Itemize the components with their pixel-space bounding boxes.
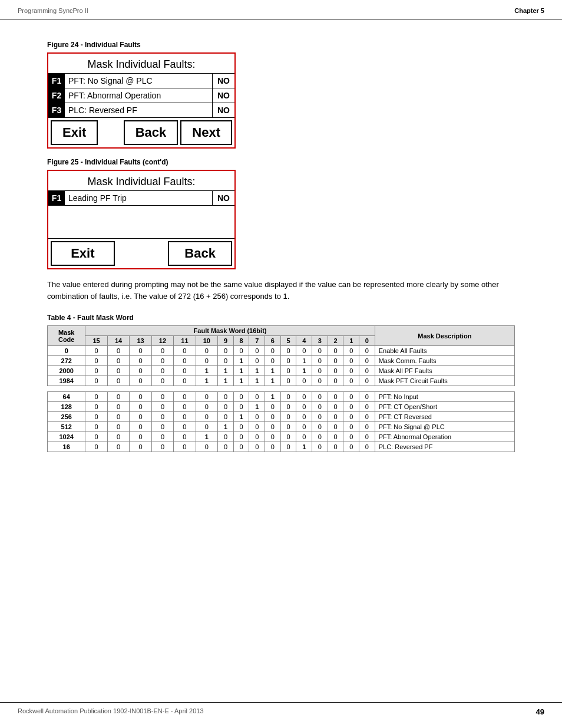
bit-cell: 0	[359, 356, 375, 366]
page-number: 49	[536, 707, 544, 716]
bit-cell: 0	[280, 442, 296, 452]
col-fault-mask-word: Fault Mask Word (16bit)	[85, 326, 375, 336]
table-caption: Table 4 - Fault Mask Word	[47, 314, 515, 322]
bit-cell: 0	[107, 366, 129, 376]
bit-cell: 0	[218, 356, 234, 366]
bit-cell: 0	[85, 412, 107, 422]
bit-cell: 0	[233, 442, 249, 452]
bit-10: 10	[196, 336, 217, 346]
bit-cell: 0	[130, 376, 151, 386]
bit-cell: 0	[249, 392, 265, 402]
bit-cell: 0	[328, 422, 343, 432]
bit-cell: 0	[107, 412, 129, 422]
bit-cell: 0	[312, 402, 328, 412]
bit-cell: 0	[328, 366, 343, 376]
bit-0: 0	[359, 336, 375, 346]
bit-cell: 1	[196, 432, 217, 442]
figure24-f3-text: PLC: Reversed PF	[65, 103, 212, 117]
bit-cell: 0	[107, 402, 129, 412]
bit-cell: 0	[265, 346, 281, 356]
bit-cell: 0	[343, 392, 359, 402]
figure25-empty-area	[48, 206, 234, 239]
bit-cell: 0	[343, 412, 359, 422]
bit-12: 12	[151, 336, 173, 346]
mask-code-cell: 272	[48, 356, 85, 366]
bit-cell: 1	[196, 376, 217, 386]
bit-6: 6	[265, 336, 281, 346]
bit-cell: 0	[265, 356, 281, 366]
bit-cell: 0	[265, 442, 281, 452]
bit-cell: 0	[265, 412, 281, 422]
bit-cell: 0	[280, 412, 296, 422]
table-row: 20000000011111010000Mask All PF Faults	[48, 366, 515, 376]
mask-description-cell: Mask All PF Faults	[375, 366, 514, 376]
bit-cell: 0	[312, 392, 328, 402]
page-footer: Rockwell Automation Publication 1902-IN0…	[0, 702, 562, 716]
figure25-exit-button[interactable]: Exit	[51, 241, 115, 266]
bit-cell: 1	[218, 366, 234, 376]
mask-description-cell: PLC: Reversed PF	[375, 442, 514, 452]
bit-cell: 0	[174, 412, 196, 422]
bit-cell: 0	[249, 422, 265, 432]
mask-description-cell: PFT: CT Reversed	[375, 412, 514, 422]
bit-cell: 0	[343, 422, 359, 432]
bit-cell: 0	[85, 356, 107, 366]
mask-code-cell: 128	[48, 402, 85, 412]
bit-cell: 0	[196, 422, 217, 432]
table-row: 10240000010000000000PFT: Abnormal Operat…	[48, 432, 515, 442]
bit-7: 7	[249, 336, 265, 346]
bit-cell: 0	[312, 432, 328, 442]
figure25-back-button[interactable]: Back	[168, 241, 232, 266]
figure24-row-2: F2 PFT: Abnormal Operation NO	[48, 88, 234, 103]
bit-cell: 0	[265, 422, 281, 432]
bit-cell: 0	[196, 402, 217, 412]
bit-cell: 1	[218, 422, 234, 432]
bit-cell: 0	[328, 346, 343, 356]
bit-cell: 0	[130, 432, 151, 442]
bit-cell: 0	[107, 442, 129, 452]
bit-cell: 0	[107, 356, 129, 366]
bit-cell: 0	[151, 402, 173, 412]
bit-cell: 0	[343, 442, 359, 452]
bit-cell: 0	[312, 356, 328, 366]
bit-cell: 0	[280, 392, 296, 402]
bit-cell: 0	[343, 356, 359, 366]
bit-cell: 0	[130, 366, 151, 376]
figure25-buttons: Exit Back	[48, 239, 234, 268]
bit-cell: 0	[130, 422, 151, 432]
fault-mask-table: MaskCode Fault Mask Word (16bit) Mask De…	[47, 325, 515, 452]
bit-cell: 0	[296, 376, 312, 386]
bit-cell: 0	[174, 402, 196, 412]
bit-cell: 0	[107, 376, 129, 386]
header-right: Chapter 5	[514, 7, 544, 14]
col-mask-description: Mask Description	[375, 326, 514, 346]
bit-cell: 1	[233, 376, 249, 386]
bit-cell: 0	[85, 422, 107, 432]
bit-cell: 0	[174, 366, 196, 376]
figure24-f2-text: PFT: Abnormal Operation	[65, 88, 212, 103]
figure24-back-button[interactable]: Back	[124, 120, 178, 145]
bit-cell: 0	[218, 412, 234, 422]
figure25-f1-label: F1	[48, 191, 65, 205]
bit-cell: 0	[280, 346, 296, 356]
bit-cell: 0	[196, 392, 217, 402]
bit-cell: 0	[280, 402, 296, 412]
mask-code-cell: 2000	[48, 366, 85, 376]
mask-description-cell: Mask Comm. Faults	[375, 356, 514, 366]
col-mask-code: MaskCode	[48, 326, 85, 346]
bit-cell: 0	[196, 346, 217, 356]
bit-cell: 0	[218, 442, 234, 452]
page-header: Programming SyncPro II Chapter 5	[0, 0, 562, 19]
bit-cell: 0	[174, 392, 196, 402]
bit-cell: 0	[296, 422, 312, 432]
bit-cell: 0	[328, 432, 343, 442]
bit-cell: 0	[328, 402, 343, 412]
figure24-f2-value: NO	[212, 88, 234, 103]
figure24-next-button[interactable]: Next	[180, 120, 232, 145]
figure24-exit-button[interactable]: Exit	[51, 120, 98, 145]
figure24-buttons: Exit Back Next	[48, 118, 234, 147]
bit-cell: 0	[107, 346, 129, 356]
bit-cell: 1	[218, 376, 234, 386]
bit-cell: 0	[196, 356, 217, 366]
figure25-f1-text: Leading PF Trip	[65, 191, 212, 205]
